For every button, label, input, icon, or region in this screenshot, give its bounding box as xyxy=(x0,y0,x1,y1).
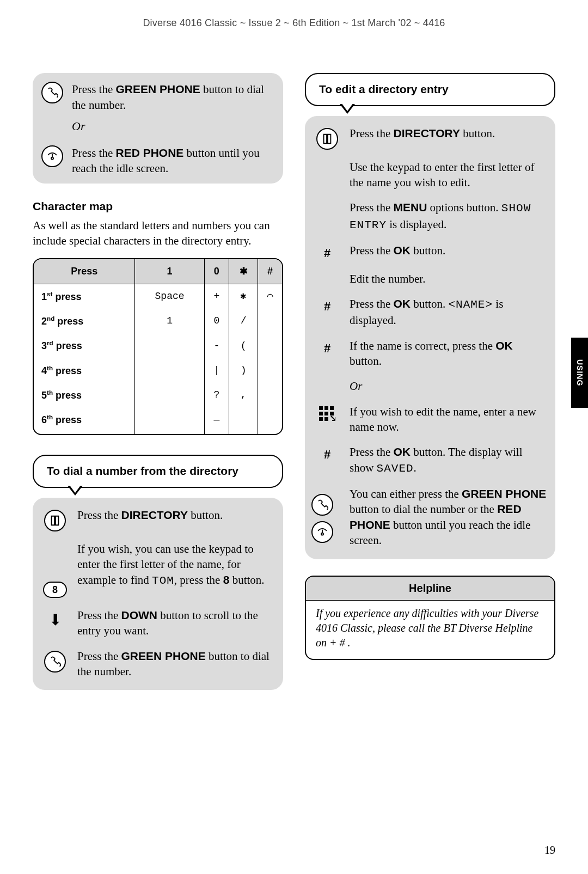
svg-rect-2 xyxy=(324,406,328,410)
green-phone-text: Press the GREEN PHONE button to dial the… xyxy=(72,81,275,139)
svg-point-9 xyxy=(321,533,323,535)
svg-rect-1 xyxy=(319,406,323,410)
table-header: Press xyxy=(34,259,135,284)
table-row: 5th press?, xyxy=(34,383,282,407)
helpline-body: If you experience any difficulties with … xyxy=(306,601,554,659)
section-tab: USING xyxy=(571,338,588,408)
hash-icon: # xyxy=(324,447,330,463)
edit-steps: Press the DIRECTORY button. Use the keyp… xyxy=(305,116,555,559)
helpline-heading: Helpline xyxy=(306,577,554,601)
page-number: 19 xyxy=(544,843,555,858)
table-header: 0 xyxy=(204,259,229,284)
svg-point-0 xyxy=(51,157,53,159)
key-8-icon: 8 xyxy=(43,582,67,598)
running-header: Diverse 4016 Classic ~ Issue 2 ~ 6th Edi… xyxy=(33,16,555,29)
helpline-box: Helpline If you experience any difficult… xyxy=(305,576,555,660)
red-phone-icon xyxy=(41,145,63,167)
dial-steps: Press the DIRECTORY button. 8 If you wis… xyxy=(33,498,283,690)
table-header: 1 xyxy=(135,259,204,284)
hash-icon: # xyxy=(324,340,330,357)
dial-callout-heading: To dial a number from the directory xyxy=(33,455,283,487)
svg-rect-4 xyxy=(319,412,323,415)
green-phone-icon xyxy=(311,494,333,516)
svg-rect-3 xyxy=(330,406,334,410)
down-arrow-icon: ⬇ xyxy=(49,610,62,631)
character-map-table: Press10✱#1st pressSpace+✱⌒2nd press10/3r… xyxy=(33,258,283,435)
table-row: 3rd press-( xyxy=(34,333,282,358)
svg-rect-5 xyxy=(324,412,328,415)
green-phone-icon xyxy=(41,82,63,103)
dial-or-idle-block: Press the GREEN PHONE button to dial the… xyxy=(33,73,283,184)
red-phone-icon xyxy=(311,521,333,543)
table-header: ✱ xyxy=(229,259,258,284)
hash-icon: # xyxy=(324,298,330,315)
table-row: 1st pressSpace+✱⌒ xyxy=(34,284,282,309)
directory-icon xyxy=(316,128,338,150)
table-row: 6th press— xyxy=(34,407,282,434)
character-map-heading: Character map xyxy=(33,199,283,214)
directory-icon xyxy=(44,510,66,531)
edit-callout-heading: To edit a directory entry xyxy=(305,73,555,106)
svg-rect-6 xyxy=(330,412,334,415)
red-phone-text: Press the RED PHONE button until you rea… xyxy=(72,144,275,176)
svg-rect-7 xyxy=(319,417,323,421)
keypad-icon xyxy=(319,406,335,425)
green-phone-icon xyxy=(44,651,66,673)
table-row: 4th press|) xyxy=(34,358,282,383)
character-map-intro: As well as the standard letters and numb… xyxy=(33,218,283,249)
table-row: 2nd press10/ xyxy=(34,309,282,333)
table-header: # xyxy=(258,259,282,284)
hash-icon: # xyxy=(324,245,330,261)
svg-rect-8 xyxy=(324,417,328,421)
